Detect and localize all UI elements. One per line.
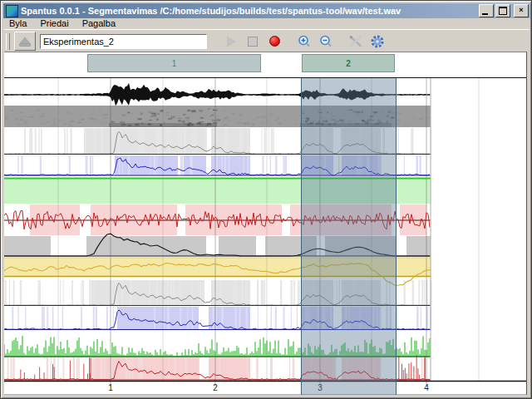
eject-button[interactable]	[14, 32, 36, 51]
settings-gear-button[interactable]	[367, 32, 387, 50]
ruler-tick-2: 2	[213, 383, 218, 392]
minimize-button[interactable]	[479, 4, 494, 17]
play-icon	[227, 37, 235, 47]
zoom-out-button[interactable]	[316, 32, 336, 50]
title-bar[interactable]: Spantus 0.0.1 - Segmentavimas /C:/home/s…	[3, 3, 530, 18]
tools-button[interactable]	[346, 32, 366, 50]
zoom-out-icon	[318, 34, 333, 49]
menu-byla[interactable]: Byla	[4, 18, 33, 29]
toolbar-grip[interactable]	[6, 33, 10, 50]
menu-priedai[interactable]: Priedai	[33, 18, 75, 29]
maximize-button[interactable]	[495, 4, 510, 17]
close-button[interactable]: ×	[514, 4, 529, 17]
window-title: Spantus 0.0.1 - Segmentavimas /C:/home/s…	[21, 6, 475, 16]
record-button[interactable]	[264, 32, 284, 50]
menu-bar: Byla Priedai Pagalba	[4, 18, 530, 29]
segment-marker-1[interactable]: 1	[87, 54, 261, 72]
segment-1-label: 1	[172, 59, 177, 68]
record-icon	[269, 36, 280, 47]
stop-button[interactable]	[243, 32, 263, 50]
segment-marker-2[interactable]: 2	[302, 54, 395, 72]
segment-2-label: 2	[346, 59, 351, 68]
eject-icon	[20, 37, 30, 43]
segmentation-view: 1 2 1 2 3 4	[4, 52, 527, 395]
experiment-name-input[interactable]	[40, 34, 207, 49]
stop-icon	[248, 37, 258, 47]
ruler-tick-4: 4	[424, 383, 429, 392]
minimize-icon	[482, 13, 488, 15]
close-icon: ×	[519, 6, 523, 14]
toolbar	[4, 29, 530, 52]
app-icon	[6, 5, 18, 17]
ruler-tick-1: 1	[108, 383, 113, 392]
tools-icon	[348, 34, 363, 49]
maximize-icon	[499, 7, 507, 15]
track-canvas[interactable]	[4, 52, 527, 396]
selection-overlay[interactable]	[301, 78, 397, 395]
zoom-in-icon	[297, 34, 312, 49]
zoom-in-button[interactable]	[294, 32, 314, 50]
play-button[interactable]	[221, 32, 241, 50]
window-frame: Spantus 0.0.1 - Segmentavimas /C:/home/s…	[0, 0, 532, 399]
menu-pagalba[interactable]: Pagalba	[76, 18, 122, 29]
gear-icon	[370, 34, 385, 49]
